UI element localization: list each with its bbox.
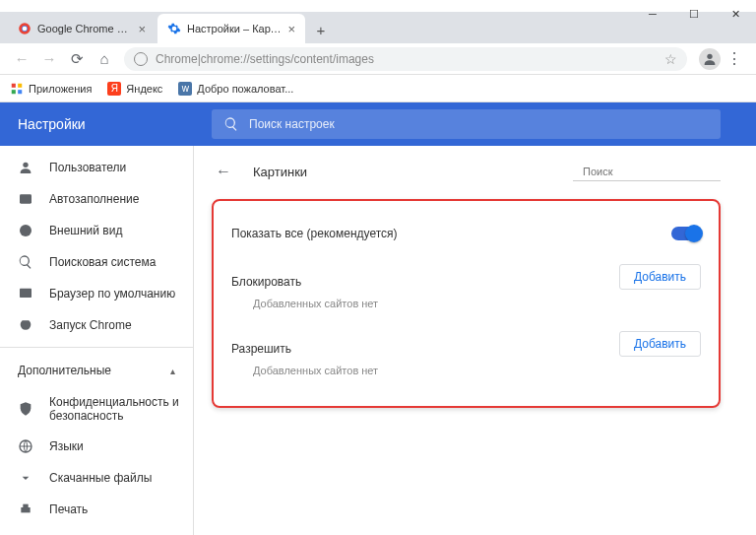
chevron-up-icon: ▴ (170, 366, 175, 376)
search-icon (18, 254, 33, 270)
url-scheme: Chrome (156, 52, 198, 66)
reload-button[interactable]: ⟳ (63, 45, 91, 73)
apps-shortcut[interactable]: Приложения (10, 82, 92, 96)
browser-tab-active[interactable]: Настройки – Картинки × (158, 14, 305, 43)
svg-rect-14 (23, 504, 28, 507)
window-maximize-button[interactable]: ☐ (673, 0, 715, 28)
bookmark-star-icon[interactable]: ☆ (664, 51, 677, 67)
svg-rect-9 (20, 194, 32, 203)
block-add-button[interactable]: Добавить (619, 264, 701, 290)
show-all-label: Показать все (рекомендуется) (231, 227, 398, 240)
bookmark-item[interactable]: w Добро пожаловат... (178, 82, 293, 96)
toolbar: ← → ⟳ ⌂ Chrome | chrome://settings/conte… (0, 43, 756, 75)
power-icon (18, 317, 33, 333)
content-search-input[interactable] (583, 166, 719, 177)
search-placeholder: Поиск настроек (249, 117, 335, 131)
new-tab-button[interactable]: + (307, 16, 335, 43)
printer-icon (18, 502, 33, 517)
bookmarks-bar: Приложения Я Яндекс w Добро пожаловат... (0, 75, 756, 102)
tab-title: Google Chrome — скачать бес... (37, 23, 132, 34)
sidebar-item-appearance[interactable]: Внешний вид (0, 215, 193, 246)
svg-rect-11 (20, 289, 32, 298)
highlighted-panel: Показать все (рекомендуется) Блокировать… (212, 199, 721, 408)
forward-button[interactable]: → (35, 45, 63, 73)
page-title: Картинки (253, 165, 573, 179)
sidebar-item-languages[interactable]: Языки (0, 431, 193, 462)
profile-avatar-button[interactable] (699, 48, 721, 70)
allow-empty-text: Добавленных сайтов нет (231, 357, 701, 390)
home-button[interactable]: ⌂ (91, 45, 118, 73)
sidebar-item-autofill[interactable]: Автозаполнение (0, 183, 193, 215)
window-minimize-button[interactable]: ─ (632, 0, 673, 28)
content-back-button[interactable]: ← (212, 160, 235, 183)
svg-point-3 (707, 53, 712, 58)
sidebar-item-default-browser[interactable]: Браузер по умолчанию (0, 278, 193, 309)
svg-rect-7 (18, 90, 22, 94)
settings-header: Настройки Поиск настроек (0, 102, 756, 146)
browser-icon (18, 286, 33, 301)
download-icon (18, 470, 33, 486)
svg-point-2 (23, 27, 28, 32)
person-icon (18, 160, 33, 175)
chrome-favicon-icon (18, 22, 32, 35)
apps-icon (10, 82, 24, 96)
globe-icon (18, 438, 33, 454)
browser-tab[interactable]: Google Chrome — скачать бес... × (8, 14, 156, 43)
sidebar-item-privacy[interactable]: Конфиденциальность и безопасность (0, 387, 193, 431)
bookmark-label: Приложения (29, 83, 92, 95)
svg-point-8 (23, 163, 28, 167)
svg-rect-6 (12, 90, 16, 94)
tab-title: Настройки – Картинки (187, 23, 282, 34)
address-bar[interactable]: Chrome | chrome://settings/content/image… (124, 47, 687, 71)
content-search-box[interactable] (573, 163, 721, 181)
sidebar-item-search[interactable]: Поисковая система (0, 246, 193, 278)
svg-point-10 (20, 225, 32, 236)
autofill-icon (18, 191, 33, 207)
site-info-icon (134, 52, 148, 66)
allow-add-button[interactable]: Добавить (619, 331, 701, 357)
url-path: chrome://settings/content/images (201, 52, 374, 66)
search-icon (223, 116, 239, 132)
bookmark-label: Добро пожаловат... (197, 83, 293, 95)
yandex-icon: Я (107, 82, 121, 96)
settings-sidebar: Пользователи Автозаполнение Внешний вид … (0, 146, 194, 535)
allow-section-label: Разрешить (231, 332, 291, 356)
palette-icon (18, 223, 33, 238)
back-button[interactable]: ← (8, 45, 35, 73)
sidebar-group-advanced[interactable]: Дополнительные▴ (0, 354, 193, 387)
sidebar-item-downloads[interactable]: Скачанные файлы (0, 462, 193, 494)
vk-icon: w (178, 82, 192, 96)
svg-rect-4 (12, 83, 16, 87)
block-section-label: Блокировать (231, 265, 301, 289)
sidebar-item-print[interactable]: Печать (0, 494, 193, 525)
settings-content: ← Картинки Показать все (рекомендуется) … (194, 146, 756, 535)
settings-search-box[interactable]: Поиск настроек (212, 109, 721, 139)
kebab-menu-button[interactable]: ⋮ (721, 49, 748, 68)
gear-favicon-icon (167, 22, 181, 35)
show-all-toggle[interactable] (671, 227, 701, 240)
svg-rect-13 (21, 507, 30, 512)
bookmark-item[interactable]: Я Яндекс (107, 82, 162, 96)
sidebar-item-accessibility[interactable]: Специальные возможности (0, 525, 193, 535)
window-close-button[interactable]: ✕ (715, 0, 756, 28)
tab-close-icon[interactable]: × (287, 22, 295, 36)
tab-close-icon[interactable]: × (138, 22, 146, 36)
sidebar-item-users[interactable]: Пользователи (0, 152, 193, 183)
shield-icon (18, 401, 33, 417)
svg-rect-5 (18, 83, 22, 87)
sidebar-item-startup[interactable]: Запуск Chrome (0, 309, 193, 341)
settings-app-title: Настройки (0, 116, 194, 132)
block-empty-text: Добавленных сайтов нет (231, 290, 701, 323)
bookmark-label: Яндекс (126, 83, 162, 95)
